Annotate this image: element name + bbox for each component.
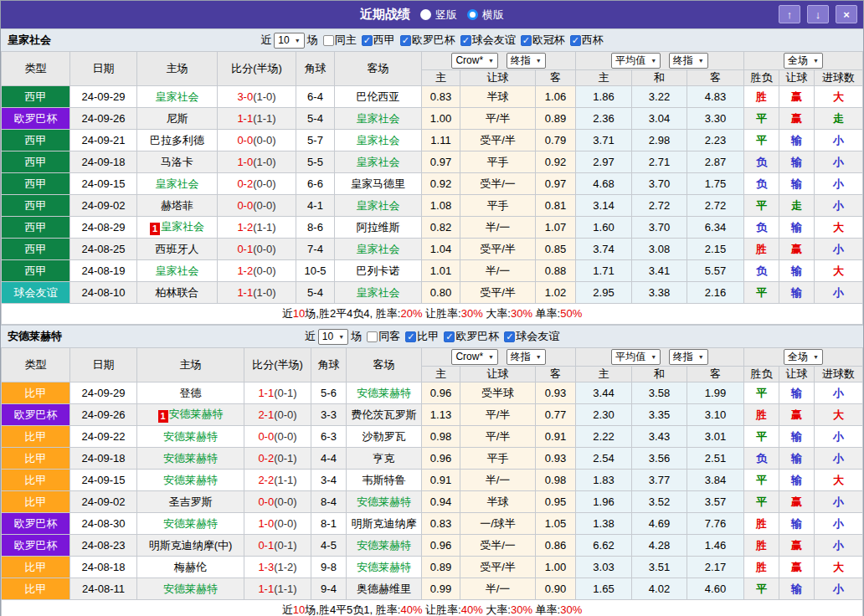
home-team-cell[interactable]: 尼斯 [137, 108, 218, 130]
move-down-button[interactable]: ↓ [807, 5, 829, 23]
home-team-cell[interactable]: 安德莱赫特 [137, 513, 244, 535]
home-team-name: 西班牙人 [156, 243, 199, 255]
result-group: 全场▼ [744, 348, 863, 367]
handicap-line: 受平/半 [460, 239, 536, 260]
home-team-cell[interactable]: 皇家社会 [137, 86, 218, 108]
away-team-cell[interactable]: 皇家社会 [335, 239, 422, 260]
bookmaker-select[interactable]: Crow*▼ [451, 349, 498, 365]
sub-header-outcome: 胜负 [744, 70, 779, 86]
move-up-button[interactable]: ↑ [779, 5, 800, 23]
fulltime-score: 1-1 [258, 583, 274, 595]
league-filter-checkbox[interactable] [521, 35, 532, 46]
handicap-line: 受半球 [460, 382, 536, 404]
layout-radio-horizontal[interactable]: 横版 [467, 8, 504, 23]
score-cell: 2-1(0-0) [244, 404, 311, 426]
bookmaker-select[interactable]: Crow*▼ [451, 53, 498, 69]
same-venue-checkbox[interactable] [323, 35, 334, 46]
league-filter-checkbox[interactable] [570, 35, 581, 46]
scope-select[interactable]: 全场▼ [784, 53, 823, 69]
league-badge-cell: 西甲 [2, 173, 70, 195]
league-badge-cell: 欧罗巴杯 [2, 404, 70, 426]
average-index-select[interactable]: 终指▼ [669, 53, 708, 69]
bookmaker-index-select[interactable]: 终指▼ [507, 53, 546, 69]
handicap-home-odds: 0.92 [422, 173, 460, 195]
match-row: 欧罗巴杯24-09-261安德莱赫特2-1(0-0)3-3费伦茨瓦罗斯1.13平… [2, 404, 863, 426]
recent-count-select[interactable]: 10 ▼ [318, 329, 348, 345]
score-cell: 1-1(1-1) [218, 108, 296, 130]
halftime-score: (1-1) [253, 112, 275, 125]
away-team-cell[interactable]: 明斯克迪纳摩 [347, 513, 422, 535]
away-team-cell[interactable]: 皇家马德里 [335, 173, 422, 195]
summary-segment: 30% [461, 307, 483, 320]
home-team-cell[interactable]: 梅赫伦 [137, 557, 244, 578]
league-badge-cell: 西甲 [2, 86, 70, 108]
home-team-cell[interactable]: 西班牙人 [137, 239, 218, 260]
home-team-cell[interactable]: 圣吉罗斯 [137, 491, 244, 513]
away-team-cell[interactable]: 皇家社会 [335, 108, 422, 130]
away-team-cell[interactable]: 安德莱赫特 [347, 382, 422, 404]
league-filter-checkbox[interactable] [362, 35, 373, 46]
league-badge-cell: 比甲 [2, 557, 70, 578]
fulltime-score: 0-0 [258, 430, 274, 443]
scope-select[interactable]: 全场▼ [784, 349, 823, 365]
team2-name-label: 安德莱赫特 [8, 329, 62, 344]
home-team-cell[interactable]: 登德 [137, 382, 244, 404]
result-outcome: 平 [744, 130, 779, 151]
date-cell: 24-09-02 [70, 195, 137, 217]
away-team-cell[interactable]: 费伦茨瓦罗斯 [347, 404, 422, 426]
away-team-cell[interactable]: 皇家社会 [335, 195, 422, 217]
home-team-cell[interactable]: 马洛卡 [137, 151, 218, 173]
summary-segment: 10 [293, 307, 305, 320]
home-team-cell[interactable]: 赫塔菲 [137, 195, 218, 217]
away-team-cell[interactable]: 安德莱赫特 [347, 491, 422, 513]
col-header-away: 客场 [347, 348, 422, 382]
away-team-cell[interactable]: 巴列卡诺 [335, 260, 422, 282]
average-index-select[interactable]: 终指▼ [669, 349, 708, 365]
layout-radio-vertical[interactable]: 竖版 [420, 8, 457, 23]
away-team-cell[interactable]: 沙勒罗瓦 [347, 426, 422, 448]
handicap-away-odds: 0.81 [536, 195, 576, 217]
away-team-cell[interactable]: 奥德赫维里 [347, 578, 422, 600]
result-goals: 大 [815, 470, 863, 491]
away-team-cell[interactable]: 韦斯特鲁 [347, 470, 422, 491]
home-team-cell[interactable]: 明斯克迪纳摩(中) [137, 535, 244, 557]
away-team-cell[interactable]: 皇家社会 [335, 151, 422, 173]
home-team-cell[interactable]: 安德莱赫特 [137, 448, 244, 470]
league-filter-checkbox[interactable] [400, 35, 411, 46]
close-button[interactable]: × [836, 5, 857, 23]
bookmaker-index-select[interactable]: 终指▼ [507, 349, 546, 365]
league-filter-checkbox[interactable] [405, 331, 416, 342]
home-team-cell[interactable]: 皇家社会 [137, 173, 218, 195]
home-team-cell[interactable]: 柏林联合 [137, 282, 218, 304]
home-team-cell[interactable]: 安德莱赫特 [137, 578, 244, 600]
recent-count-select[interactable]: 10 ▼ [274, 33, 304, 49]
home-team-cell[interactable]: 安德莱赫特 [137, 426, 244, 448]
average-select[interactable]: 平均值▼ [611, 349, 661, 365]
away-team-cell[interactable]: 阿拉维斯 [335, 217, 422, 239]
match-row: 西甲24-08-291皇家社会1-2(1-1)8-6阿拉维斯0.82半/一1.0… [2, 217, 863, 239]
summary-segment: 让胜率: [422, 603, 460, 616]
home-team-cell[interactable]: 1安德莱赫特 [137, 404, 244, 426]
average-select[interactable]: 平均值▼ [611, 53, 661, 69]
score-cell: 0-1(0-1) [244, 535, 311, 557]
result-outcome: 胜 [744, 239, 779, 260]
result-handicap: 输 [779, 151, 815, 173]
away-team-cell[interactable]: 亨克 [347, 448, 422, 470]
home-team-name: 安德莱赫特 [163, 452, 218, 465]
away-team-cell[interactable]: 安德莱赫特 [347, 557, 422, 578]
league-filter-checkbox[interactable] [444, 331, 455, 342]
league-badge-cell: 比甲 [2, 448, 70, 470]
home-team-cell[interactable]: 1皇家社会 [137, 217, 218, 239]
home-team-cell[interactable]: 巴拉多利德 [137, 130, 218, 151]
away-team-cell[interactable]: 皇家社会 [335, 130, 422, 151]
away-team-name: 韦斯特鲁 [363, 474, 406, 486]
away-team-cell[interactable]: 巴伦西亚 [335, 86, 422, 108]
handicap-line: 受平/半 [460, 282, 536, 304]
away-team-cell[interactable]: 安德莱赫特 [347, 535, 422, 557]
league-filter-checkbox[interactable] [460, 35, 471, 46]
home-team-cell[interactable]: 皇家社会 [137, 260, 218, 282]
league-filter-checkbox[interactable] [504, 331, 515, 342]
same-venue-checkbox[interactable] [367, 331, 378, 342]
away-team-cell[interactable]: 皇家社会 [335, 282, 422, 304]
home-team-cell[interactable]: 安德莱赫特 [137, 470, 244, 491]
